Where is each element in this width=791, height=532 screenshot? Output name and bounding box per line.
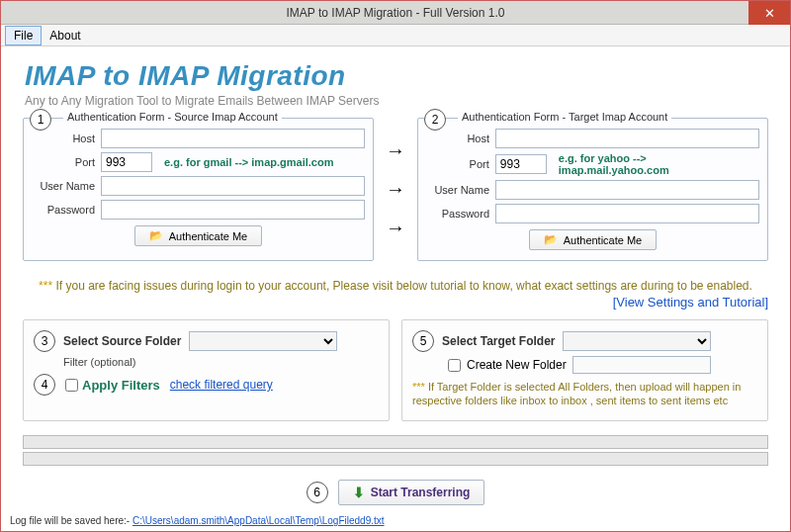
issues-text: *** If you are facing issues during logi… <box>23 279 768 293</box>
step-badge-1: 1 <box>30 109 51 131</box>
target-user-label: User Name <box>426 184 489 196</box>
source-pass-label: Password <box>32 204 95 216</box>
apply-filters-input[interactable] <box>65 379 78 392</box>
window-title: IMAP to IMAP Migration - Full Version 1.… <box>1 6 790 20</box>
step-badge-6: 6 <box>307 482 328 503</box>
source-folder-panel: 3 Select Source Folder Filter (optional)… <box>23 319 390 421</box>
step-badge-4: 4 <box>34 374 55 396</box>
issues-body: If you are facing issues during login to… <box>52 279 752 293</box>
app-title: IMAP to IMAP Migration <box>25 60 766 92</box>
target-host-label: Host <box>426 133 489 144</box>
progress-bar-1 <box>23 435 768 449</box>
target-auth-button[interactable]: 📂 Authenticate Me <box>529 229 658 250</box>
folder-icon: 📂 <box>149 229 163 242</box>
log-prefix: Log file will be saved here:- <box>10 515 132 526</box>
create-folder-input[interactable] <box>572 356 711 374</box>
log-path-link[interactable]: C:\Users\adam.smith\AppData\Local\Temp\L… <box>132 515 385 526</box>
filter-title: Filter (optional) <box>63 356 379 368</box>
target-legend: Authentication Form - Target Imap Accoun… <box>458 111 671 123</box>
source-port-label: Port <box>32 156 95 168</box>
menu-file[interactable]: File <box>5 26 42 45</box>
target-pass-input[interactable] <box>495 204 759 223</box>
download-icon: ⬇ <box>353 485 365 500</box>
create-folder-label: Create New Folder <box>467 358 567 372</box>
source-pass-input[interactable] <box>101 200 365 220</box>
close-button[interactable]: ✕ <box>748 1 790 25</box>
target-folder-select[interactable] <box>563 331 711 351</box>
source-folder-select[interactable] <box>189 331 337 351</box>
menubar: File About <box>1 25 790 46</box>
progress-bar-2 <box>23 452 768 466</box>
source-hint: e.g. for gmail --> imap.gmail.com <box>164 156 333 168</box>
target-pass-label: Password <box>426 208 489 220</box>
step-badge-2: 2 <box>424 109 446 131</box>
target-port-label: Port <box>426 158 489 170</box>
folder-icon: 📂 <box>544 233 558 246</box>
source-user-input[interactable] <box>101 176 365 196</box>
start-transferring-button[interactable]: ⬇ Start Transferring <box>338 480 485 505</box>
start-label: Start Transferring <box>371 486 471 499</box>
check-filtered-link[interactable]: check filtered query <box>170 378 273 392</box>
step-badge-5: 5 <box>412 330 434 352</box>
target-note-body: If Target Folder is selected All Folders… <box>412 381 741 406</box>
target-hint: e.g. for yahoo --> imap.mail.yahoo.com <box>559 152 759 176</box>
menu-about[interactable]: About <box>42 27 88 44</box>
titlebar: IMAP to IMAP Migration - Full Version 1.… <box>1 1 790 25</box>
target-auth-panel: 2 Authentication Form - Target Imap Acco… <box>417 118 768 261</box>
create-folder-checkbox[interactable] <box>448 359 461 372</box>
step-badge-3: 3 <box>34 330 55 352</box>
source-legend: Authentication Form - Source Imap Accoun… <box>63 111 282 123</box>
tutorial-link[interactable]: [View Settings and Tutorial] <box>613 295 768 310</box>
issues-stars: *** <box>39 279 52 293</box>
source-port-input[interactable] <box>101 152 152 172</box>
close-icon: ✕ <box>764 6 775 21</box>
source-auth-label: Authenticate Me <box>169 230 248 242</box>
target-host-input[interactable] <box>495 129 759 148</box>
log-line: Log file will be saved here:- C:\Users\a… <box>2 511 393 530</box>
source-folder-label: Select Source Folder <box>63 334 181 348</box>
header: IMAP to IMAP Migration Any to Any Migrat… <box>1 46 790 112</box>
source-host-input[interactable] <box>101 129 365 148</box>
apply-filters-label: Apply Filters <box>82 378 160 393</box>
target-port-input[interactable] <box>495 154 547 174</box>
source-host-label: Host <box>32 133 95 144</box>
target-note: *** If Target Folder is selected All Fol… <box>412 380 757 408</box>
apply-filters-checkbox[interactable]: Apply Filters <box>65 378 160 393</box>
target-user-input[interactable] <box>495 180 759 200</box>
source-user-label: User Name <box>32 180 95 192</box>
arrow-column: → → → <box>382 118 409 261</box>
source-auth-panel: 1 Authentication Form - Source Imap Acco… <box>23 118 374 261</box>
arrow-icon: → <box>386 178 405 201</box>
source-auth-button[interactable]: 📂 Authenticate Me <box>134 225 263 246</box>
app-subtitle: Any to Any Migration Tool to Migrate Ema… <box>25 94 766 108</box>
target-folder-label: Select Target Folder <box>442 334 555 348</box>
arrow-icon: → <box>386 217 405 239</box>
target-note-stars: *** <box>412 381 425 393</box>
target-auth-label: Authenticate Me <box>564 234 643 246</box>
progress-area <box>23 435 768 466</box>
arrow-icon: → <box>386 139 405 162</box>
target-folder-panel: 5 Select Target Folder Create New Folder… <box>401 319 768 421</box>
